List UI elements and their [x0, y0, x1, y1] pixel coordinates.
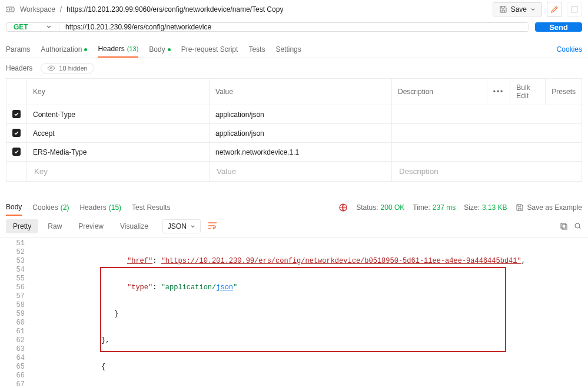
response-tabs: Body Cookies (2) Headers (15) Test Resul… — [0, 193, 588, 216]
method-url-group: GET — [6, 22, 529, 32]
header-key[interactable]: Accept — [27, 124, 210, 143]
resp-headers-count: (15) — [109, 203, 121, 212]
breadcrumb-workspace[interactable]: Workspace — [20, 5, 55, 14]
copy-icon[interactable] — [560, 222, 568, 230]
language-label: JSON — [168, 222, 187, 230]
send-button[interactable]: Send — [535, 22, 582, 32]
header-description[interactable] — [392, 105, 582, 124]
http-method-select[interactable]: GET — [6, 23, 59, 31]
headers-sub-row: Headers 10 hidden — [0, 58, 588, 78]
col-value: Value — [210, 79, 392, 105]
pencil-icon — [550, 5, 559, 14]
status-value: 200 OK — [381, 203, 405, 212]
headers-table: Key Value Description ••• Bulk Edit Pres… — [6, 78, 582, 182]
presets-button[interactable]: Presets — [546, 79, 582, 105]
size-key: Size: — [464, 203, 480, 212]
svg-rect-5 — [561, 223, 566, 228]
save-as-example-button[interactable]: Save as Example — [516, 203, 582, 212]
request-row: GET Send — [0, 19, 588, 38]
header-description[interactable] — [392, 143, 582, 162]
send-label: Send — [549, 23, 568, 32]
tab-headers[interactable]: Headers (13) — [98, 41, 138, 58]
tab-headers-count: (13) — [127, 45, 139, 52]
status-key: Status: — [356, 203, 378, 212]
svg-rect-1 — [572, 6, 577, 12]
tab-prerequest[interactable]: Pre-request Script — [181, 42, 238, 57]
time-value: 237 ms — [433, 203, 456, 212]
resp-tab-body[interactable]: Body — [6, 199, 22, 216]
header-key[interactable]: Content-Type — [27, 105, 210, 124]
request-url-input[interactable] — [59, 23, 529, 31]
checkbox[interactable] — [12, 148, 21, 156]
svg-rect-4 — [562, 225, 567, 229]
new-key-input[interactable] — [33, 166, 203, 176]
chevron-down-icon — [530, 7, 536, 12]
checkbox[interactable] — [12, 110, 21, 118]
table-row: Acceptapplication/json — [6, 124, 582, 143]
tab-tests[interactable]: Tests — [248, 42, 265, 57]
headers-label: Headers — [6, 64, 32, 72]
tab-body-label: Body — [149, 45, 165, 53]
table-row: Content-Typeapplication/json — [6, 105, 582, 124]
floppy-icon — [516, 203, 524, 212]
header-value[interactable]: application/json — [210, 124, 392, 143]
view-raw[interactable]: Raw — [41, 219, 69, 233]
resp-cookies-label: Cookies — [32, 203, 58, 212]
table-new-row — [6, 162, 582, 182]
eye-icon — [47, 65, 55, 71]
col-description: Description — [392, 79, 487, 105]
size-value: 3.13 KB — [482, 203, 507, 212]
header-description[interactable] — [392, 124, 582, 143]
extra-button[interactable] — [567, 2, 582, 17]
hidden-count: 10 hidden — [59, 65, 87, 72]
save-label: Save — [511, 5, 527, 14]
col-more[interactable]: ••• — [487, 79, 510, 105]
square-icon — [570, 5, 579, 14]
status-dot-icon — [168, 48, 171, 51]
resp-headers-label: Headers — [79, 203, 106, 212]
col-key: Key — [27, 79, 210, 105]
floppy-icon — [499, 5, 507, 14]
search-icon[interactable] — [574, 222, 582, 230]
view-visualize[interactable]: Visualize — [113, 219, 155, 233]
bulk-edit-button[interactable]: Bulk Edit — [510, 79, 546, 105]
response-code[interactable]: 5152535455565758596061626364656667686970… — [0, 238, 588, 388]
checkbox[interactable] — [12, 129, 21, 137]
tab-params[interactable]: Params — [6, 42, 30, 57]
globe-icon[interactable] — [338, 203, 348, 212]
edit-button[interactable] — [547, 2, 562, 17]
tab-headers-label: Headers — [98, 45, 124, 53]
view-pretty[interactable]: Pretty — [6, 219, 38, 233]
header-value[interactable]: application/json — [210, 105, 392, 124]
toggle-hidden-headers[interactable]: 10 hidden — [41, 63, 94, 73]
code-content: "href": "https://10.201.230.99/ers/confi… — [33, 238, 588, 388]
breadcrumb: Workspace / https://10.201.230.99:9060/e… — [6, 5, 283, 14]
breadcrumb-title[interactable]: https://10.201.230.99:9060/ers/config/ne… — [67, 5, 283, 14]
resp-tab-headers[interactable]: Headers (15) — [79, 200, 121, 215]
line-gutter: 5152535455565758596061626364656667686970 — [0, 238, 33, 388]
view-preview[interactable]: Preview — [71, 219, 111, 233]
status-dot-icon — [84, 48, 87, 51]
save-button[interactable]: Save — [493, 2, 542, 16]
resp-tab-tests[interactable]: Test Results — [132, 200, 170, 215]
time-key: Time: — [413, 203, 430, 212]
chevron-down-icon — [190, 224, 195, 229]
resp-tab-cookies[interactable]: Cookies (2) — [32, 200, 69, 215]
tab-body[interactable]: Body — [149, 42, 170, 57]
header-value[interactable]: network.networkdevice.1.1 — [210, 143, 392, 162]
view-mode-row: Pretty Raw Preview Visualize JSON — [0, 216, 588, 238]
header-key[interactable]: ERS-Media-Type — [27, 143, 210, 162]
new-description-input[interactable] — [398, 166, 576, 176]
more-icon: ••• — [493, 88, 504, 96]
tab-authorization[interactable]: Authorization — [41, 42, 87, 57]
table-row: ERS-Media-Typenetwork.networkdevice.1.1 — [6, 143, 582, 162]
top-bar: Workspace / https://10.201.230.99:9060/e… — [0, 0, 588, 19]
cookies-link[interactable]: Cookies — [557, 45, 582, 53]
http-icon — [6, 6, 15, 13]
breadcrumb-sep: / — [60, 5, 62, 14]
new-value-input[interactable] — [215, 166, 386, 176]
save-example-label: Save as Example — [527, 203, 582, 212]
wrap-lines-button[interactable] — [208, 222, 217, 232]
language-select[interactable]: JSON — [162, 219, 201, 233]
tab-settings[interactable]: Settings — [275, 42, 301, 57]
